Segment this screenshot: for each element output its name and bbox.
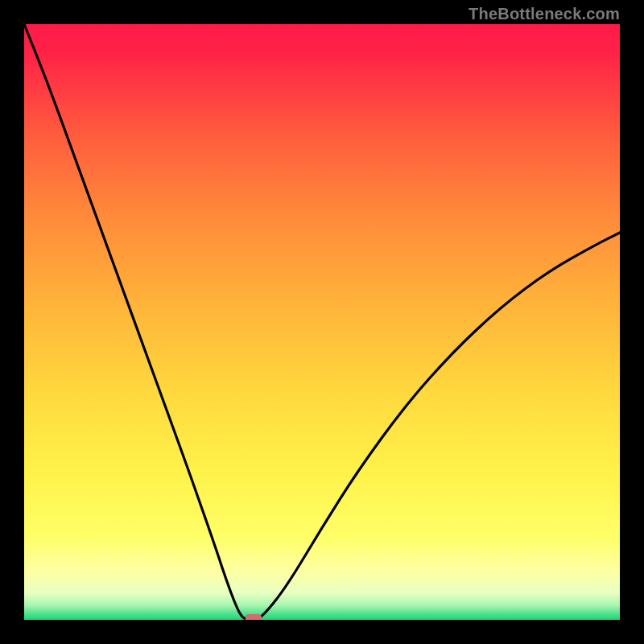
watermark-text: TheBottleneck.com [469,5,620,23]
bottleneck-chart [24,24,620,620]
optimal-marker [246,614,262,620]
plot-area [24,24,620,620]
gradient-background [24,24,620,620]
chart-frame: TheBottleneck.com [0,0,644,644]
